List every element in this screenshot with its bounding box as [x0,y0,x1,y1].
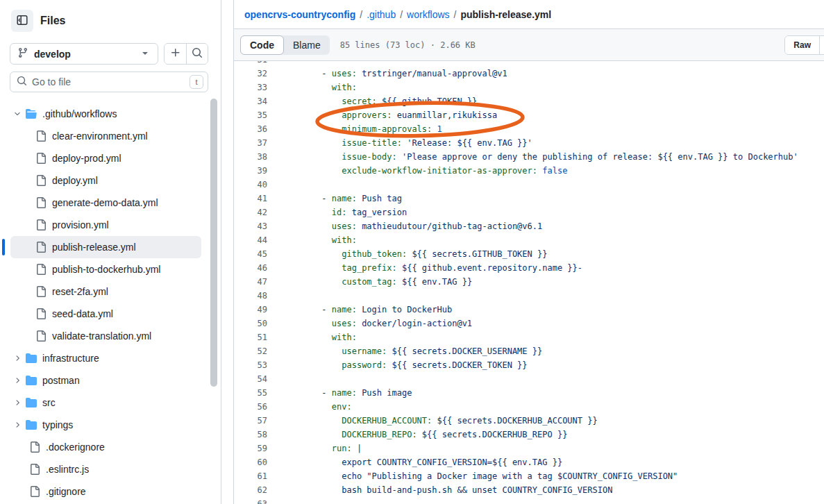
line-number[interactable]: 58 [234,428,272,442]
line-number[interactable]: 52 [234,344,272,358]
tree-item[interactable]: provision.yml [10,214,201,236]
code-line: minimum-approvals: 1 [272,122,442,136]
line-number[interactable]: 38 [234,150,272,164]
add-file-button[interactable] [165,44,186,64]
line-number[interactable]: 61 [234,469,272,483]
line-number[interactable]: 31 [234,61,272,67]
line-number[interactable]: 37 [234,136,272,150]
chevron-right-icon[interactable] [13,421,22,429]
code-row: 54 [234,372,824,386]
tree-item[interactable]: .gitignore [10,480,201,503]
code-row: 57 DOCKERHUB_ACCOUNT: ${{ secrets.DOCKER… [234,414,824,428]
tree-item[interactable]: publish-release.yml [10,236,201,258]
line-number[interactable]: 63 [234,497,272,504]
code-row: 63 [234,497,824,504]
chevron-down-icon[interactable] [13,110,22,118]
breadcrumb: opencrvs-countryconfig / .github / workf… [234,0,824,29]
raw-button[interactable]: Raw [785,36,819,54]
tab-code[interactable]: Code [240,35,284,55]
github-code-view: Files develop [0,0,824,504]
line-number[interactable]: 44 [234,233,272,247]
tree-item[interactable]: typings [10,414,201,436]
tree-item[interactable]: src [10,392,201,414]
tree-item[interactable]: deploy-prod.yml [10,147,201,169]
code-line: approvers: euanmillar,rikukissa [272,108,497,122]
code-line: password: ${{ secrets.DOCKER_TOKEN }} [272,358,528,372]
tree-item[interactable]: publish-to-dockerhub.yml [10,258,201,280]
line-number[interactable]: 54 [234,372,272,386]
collapse-file-tree-button[interactable] [11,10,33,32]
line-number[interactable]: 51 [234,330,272,344]
code-row: 49 - name: Login to DockerHub [234,303,824,317]
search-this-repository-button[interactable] [186,44,208,64]
file-tree: .github/workflowsclear-environment.ymlde… [0,103,221,503]
tree-item[interactable]: seed-data.yml [10,303,201,325]
tree-item[interactable]: infrastructure [10,347,201,369]
code-row: 36 minimum-approvals: 1 [234,122,824,136]
line-number[interactable]: 62 [234,483,272,497]
code-line [272,61,292,67]
line-number[interactable]: 34 [234,94,272,108]
tree-item-label: .gitignore [46,486,86,497]
breadcrumb-path-link-workflows[interactable]: workflows [407,9,449,20]
code-line: issue-title: 'Release: ${{ env.TAG }}' [272,136,532,150]
branch-selector[interactable]: develop [10,43,158,65]
line-number[interactable]: 42 [234,205,272,219]
tree-item-label: src [42,397,56,408]
tree-item[interactable]: deploy.yml [10,169,201,192]
line-number[interactable]: 36 [234,122,272,136]
panel-resize-handle[interactable] [221,0,233,504]
line-number[interactable]: 47 [234,275,272,289]
code-row: 38 issue-body: 'Please approve or deny t… [234,150,824,164]
tree-item[interactable]: reset-2fa.yml [10,280,201,303]
tree-item-label: .dockerignore [46,442,105,453]
chevron-right-icon[interactable] [13,376,22,385]
line-number[interactable]: 40 [234,178,272,192]
line-number[interactable]: 60 [234,455,272,469]
go-to-file-input[interactable] [32,76,185,87]
tab-blame[interactable]: Blame [284,35,330,55]
line-number[interactable]: 50 [234,317,272,330]
line-number[interactable]: 45 [234,247,272,261]
chevron-right-icon[interactable] [13,354,22,362]
folder-open-icon [26,108,37,119]
code-line: custom_tag: ${{ env.TAG }} [272,275,472,289]
line-number[interactable]: 49 [234,303,272,317]
line-number[interactable]: 32 [234,67,272,81]
line-number[interactable]: 56 [234,400,272,414]
copy-raw-content-button[interactable] [819,36,824,54]
line-number[interactable]: 35 [234,108,272,122]
line-number[interactable]: 48 [234,289,272,303]
breadcrumb-path-link-github[interactable]: .github [367,9,396,20]
line-number[interactable]: 59 [234,442,272,455]
breadcrumb-separator: / [396,9,407,20]
breadcrumb-repo-link[interactable]: opencrvs-countryconfig [244,9,355,20]
tree-item-label: generate-demo-data.yml [52,197,158,208]
line-number[interactable]: 39 [234,164,272,178]
line-number[interactable]: 46 [234,261,272,275]
sidebar-scrollbar-thumb[interactable] [210,99,217,387]
tree-item[interactable]: postman [10,369,201,392]
code-line: username: ${{ secrets.DOCKER_USERNAME }} [272,344,542,358]
line-number[interactable]: 55 [234,386,272,400]
code-line: exclude-workflow-initiator-as-approver: … [272,164,567,178]
tree-item[interactable]: clear-environment.yml [10,125,201,147]
tree-item[interactable]: .github/workflows [10,103,201,125]
breadcrumb-file-name: publish-release.yml [460,9,551,20]
plus-icon [170,47,181,60]
sidebar-controls: develop [0,39,221,65]
tree-item-label: publish-to-dockerhub.yml [52,264,160,275]
line-number[interactable]: 43 [234,219,272,233]
file-content-pane: opencrvs-countryconfig / .github / workf… [233,0,824,504]
go-to-file-box: t [10,72,208,92]
line-number[interactable]: 33 [234,81,272,94]
tree-item[interactable]: generate-demo-data.yml [10,192,201,214]
tree-item[interactable]: .eslintrc.js [10,458,201,480]
line-number[interactable]: 57 [234,414,272,428]
tree-item[interactable]: validate-translation.yml [10,325,201,347]
chevron-right-icon[interactable] [13,398,22,407]
line-number[interactable]: 41 [234,192,272,205]
tree-item[interactable]: .dockerignore [10,436,201,458]
code-line: echo "Publishing a Docker image with a t… [272,469,678,483]
line-number[interactable]: 53 [234,358,272,372]
